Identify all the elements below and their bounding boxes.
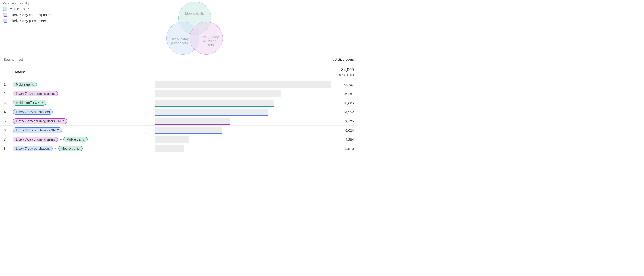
- segment-chips: Likely 7-day churning users+Mobile traff…: [13, 137, 155, 142]
- venn-label: Likely 7-day purchasers: [169, 37, 190, 45]
- row-index: 3: [4, 101, 13, 105]
- row-value: 15,325: [343, 101, 354, 105]
- bar-underline: [155, 88, 331, 88]
- segment-chip[interactable]: Likely 7-day purchasers ONLY: [13, 128, 62, 133]
- segment-chip[interactable]: Likely 7-day churning users: [13, 137, 58, 142]
- row-index: 4: [4, 110, 13, 114]
- segment-chip[interactable]: Likely 7-day purchasers: [13, 109, 53, 115]
- totals-subtext: 100% of total: [155, 73, 354, 76]
- column-header-active-users[interactable]: ↓Active users: [155, 57, 354, 61]
- segment-chips: Likely 7-day purchasers ONLY: [13, 128, 155, 133]
- bar-underline: [155, 134, 222, 134]
- segment-chip[interactable]: Mobile traffic ONLY: [13, 100, 46, 106]
- sort-arrow-icon: ↓: [333, 57, 335, 61]
- bar-underline: [155, 106, 274, 107]
- segment-chip[interactable]: Mobile traffic: [13, 82, 37, 87]
- segment-chips: Likely 7-day churning users ONLY: [13, 118, 155, 124]
- table-header: Segment set ↓Active users: [0, 54, 358, 64]
- bar-cell: 8,624: [155, 126, 354, 135]
- plus-icon: +: [60, 137, 62, 141]
- venn-diagram: Mobile traffic Likely 7-day purchasers L…: [0, 1, 358, 54]
- segment-chip[interactable]: Mobile traffic: [58, 146, 82, 151]
- bar-cell: 22,707: [155, 80, 354, 89]
- bar-cell: 9,725: [155, 117, 354, 126]
- totals-row: Totals* 84,900 100% of total: [0, 64, 358, 80]
- row-value: 3,810: [345, 146, 354, 150]
- bar-fill: [155, 90, 281, 97]
- segment-chip[interactable]: Likely 7-day purchasers: [13, 146, 53, 151]
- row-index: 1: [4, 82, 13, 86]
- row-value: 14,552: [343, 110, 354, 114]
- row-value: 4,384: [345, 137, 354, 141]
- column-header-segment[interactable]: Segment set: [4, 57, 155, 61]
- bar-fill: [155, 145, 184, 152]
- bar-fill: [155, 81, 331, 88]
- table-row[interactable]: 5Likely 7-day churning users ONLY9,725: [0, 117, 358, 126]
- row-index: 2: [4, 92, 13, 95]
- row-value: 9,725: [345, 119, 354, 123]
- table-row[interactable]: 6Likely 7-day purchasers ONLY8,624: [0, 126, 358, 135]
- bar-fill: [155, 100, 274, 106]
- segment-chips: Mobile traffic ONLY: [13, 100, 155, 106]
- row-value: 16,281: [343, 92, 354, 95]
- bar-cell: 14,552: [155, 107, 354, 116]
- row-value: 8,624: [345, 128, 354, 132]
- table-row[interactable]: 8Likely 7-day purchasers+Mobile traffic3…: [0, 144, 358, 153]
- totals-label: Totals*: [4, 70, 155, 74]
- row-value: 22,707: [343, 82, 354, 86]
- venn-label: Likely 7-day churning users: [200, 35, 220, 47]
- table-row[interactable]: 2Likely 7-day churning users16,281: [0, 89, 358, 98]
- table-row[interactable]: 7Likely 7-day churning users+Mobile traf…: [0, 135, 358, 144]
- row-index: 5: [4, 119, 13, 123]
- table-row[interactable]: 1Mobile traffic22,707: [0, 80, 358, 89]
- totals-value: 84,900: [155, 68, 354, 72]
- bar-fill: [155, 118, 230, 124]
- row-index: 6: [4, 128, 13, 132]
- bar-cell: 15,325: [155, 98, 354, 107]
- venn-circle-churning[interactable]: Likely 7-day churning users: [190, 22, 223, 55]
- bar-underline: [155, 142, 189, 143]
- segment-chips: Likely 7-day churning users: [13, 91, 155, 96]
- bar-cell: 4,384: [155, 135, 354, 144]
- segment-chip[interactable]: Likely 7-day churning users: [13, 91, 58, 96]
- row-index: 7: [4, 137, 13, 141]
- column-header-label: Active users: [335, 57, 354, 61]
- plus-icon: +: [54, 146, 56, 150]
- bar-fill: [155, 136, 189, 142]
- venn-label: Mobile traffic: [185, 11, 205, 15]
- segment-chip[interactable]: Mobile traffic: [64, 137, 88, 142]
- table-row[interactable]: 3Mobile traffic ONLY15,325: [0, 98, 358, 107]
- row-index: 8: [4, 146, 13, 150]
- table-row[interactable]: 4Likely 7-day purchasers14,552: [0, 107, 358, 117]
- segment-chips: Mobile traffic: [13, 82, 155, 87]
- bar-fill: [155, 127, 222, 134]
- bar-underline: [155, 115, 268, 116]
- segment-chip[interactable]: Likely 7-day churning users ONLY: [13, 118, 67, 124]
- bar-underline: [155, 124, 230, 125]
- segment-chips: Likely 7-day purchasers: [13, 109, 155, 115]
- bar-underline: [155, 97, 281, 98]
- bar-cell: 3,810: [155, 144, 354, 153]
- bar-fill: [155, 109, 268, 115]
- bar-cell: 16,281: [155, 89, 354, 98]
- segment-chips: Likely 7-day purchasers+Mobile traffic: [13, 146, 155, 151]
